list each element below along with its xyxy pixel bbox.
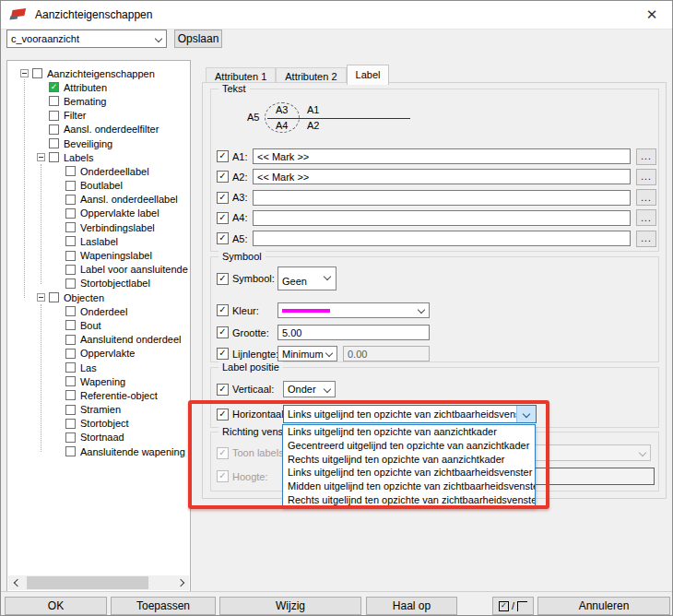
tree-checkbox[interactable] bbox=[65, 265, 76, 275]
lijnlengte-checkbox[interactable] bbox=[217, 348, 229, 360]
tree-checkbox[interactable] bbox=[65, 181, 76, 191]
scroll-right-icon[interactable] bbox=[174, 575, 189, 590]
tree-row[interactable]: Objecten bbox=[7, 290, 190, 304]
tree-row[interactable]: Referentie-object bbox=[7, 388, 190, 402]
tree-row[interactable]: Oppervlakte bbox=[7, 347, 190, 361]
haal-op-button[interactable]: Haal op bbox=[366, 597, 457, 615]
tree-row[interactable]: Aanzichteigenschappen bbox=[7, 66, 190, 80]
tree-row[interactable]: Stortobject bbox=[7, 417, 190, 431]
horizontaal-dropdown-button[interactable] bbox=[516, 406, 536, 422]
toon-labels-checkbox[interactable] bbox=[217, 447, 229, 459]
tree-row[interactable]: Stortobjectlabel bbox=[7, 277, 190, 290]
toggle-all-checkboxes-button[interactable]: / bbox=[492, 597, 534, 615]
expander-icon[interactable] bbox=[37, 293, 45, 302]
hoogte-checkbox[interactable] bbox=[217, 470, 229, 482]
tree-checkbox[interactable] bbox=[49, 111, 59, 121]
tree-checkbox[interactable] bbox=[65, 166, 76, 176]
tree-checkbox[interactable] bbox=[49, 82, 59, 92]
close-button[interactable]: ✕ bbox=[637, 4, 667, 26]
tree-checkbox[interactable] bbox=[65, 362, 76, 373]
tab-label[interactable]: Label bbox=[347, 65, 390, 85]
tree-row[interactable]: Laslabel bbox=[7, 234, 190, 248]
tree-row[interactable]: Onderdeellabel bbox=[7, 164, 190, 178]
expander-icon[interactable] bbox=[37, 153, 45, 161]
expander-icon[interactable] bbox=[20, 69, 29, 77]
lijnlengte-select[interactable]: Minimum bbox=[277, 346, 337, 361]
tree-checkbox[interactable] bbox=[65, 432, 76, 443]
tree-row[interactable]: Beveiliging bbox=[7, 136, 190, 150]
toepassen-button[interactable]: Toepassen bbox=[111, 597, 216, 615]
tree-checkbox[interactable] bbox=[65, 349, 76, 359]
tree-checkbox[interactable] bbox=[32, 68, 42, 78]
tree-row[interactable]: Boutlabel bbox=[7, 179, 190, 193]
wijzig-button[interactable]: Wijzig bbox=[219, 597, 361, 615]
tree-row[interactable]: Bemating bbox=[7, 94, 190, 108]
more-button[interactable]: ... bbox=[636, 169, 656, 185]
more-button[interactable]: ... bbox=[636, 148, 656, 165]
tree-checkbox[interactable] bbox=[65, 236, 76, 246]
label-text-field[interactable]: << Mark >> bbox=[253, 169, 631, 184]
tree-row[interactable]: Filter bbox=[7, 109, 190, 123]
verticaal-checkbox[interactable] bbox=[217, 384, 229, 396]
tree-horizontal-scrollbar[interactable] bbox=[8, 575, 189, 590]
label-text-field[interactable]: << Mark >> bbox=[253, 148, 631, 164]
tree-checkbox[interactable] bbox=[65, 335, 76, 345]
tree-checkbox[interactable] bbox=[49, 292, 59, 302]
tree-checkbox[interactable] bbox=[49, 152, 59, 162]
label-text-field[interactable] bbox=[253, 210, 631, 226]
profile-select[interactable]: c_vooraanzicht bbox=[6, 30, 167, 48]
kleur-checkbox[interactable] bbox=[217, 304, 229, 316]
more-button[interactable]: ... bbox=[636, 231, 656, 247]
tree-checkbox[interactable] bbox=[65, 195, 76, 205]
tree-row[interactable]: Wapening bbox=[7, 374, 190, 388]
tree-row[interactable]: Stramien bbox=[7, 403, 190, 417]
dropdown-option[interactable]: Links uitgelijnd ten opzichte van aanzic… bbox=[283, 425, 535, 439]
tree-checkbox[interactable] bbox=[65, 278, 76, 289]
tree-checkbox[interactable] bbox=[65, 390, 76, 400]
tree-checkbox[interactable] bbox=[65, 419, 76, 429]
tree-checkbox[interactable] bbox=[49, 124, 59, 135]
tree-checkbox[interactable] bbox=[65, 405, 76, 415]
label-text-field[interactable] bbox=[253, 231, 631, 246]
scrollbar-track[interactable] bbox=[23, 575, 174, 590]
grootte-field[interactable]: 5.00 bbox=[277, 325, 430, 340]
row-checkbox[interactable] bbox=[217, 171, 229, 183]
tree-row[interactable]: Stortnaad bbox=[7, 431, 190, 444]
kleur-select[interactable] bbox=[277, 302, 430, 318]
tree-checkbox[interactable] bbox=[49, 138, 59, 148]
row-checkbox[interactable] bbox=[217, 150, 229, 162]
tree-row[interactable]: Aansluitende wapening bbox=[7, 444, 190, 458]
tree-checkbox[interactable] bbox=[65, 251, 76, 261]
horizontaal-select[interactable]: Links uitgelijnd ten opzichte van zichtb… bbox=[283, 405, 537, 423]
dropdown-option[interactable]: Rechts uitgelijnd ten opzichte van aanzi… bbox=[283, 453, 535, 467]
tree-row[interactable]: Attributen bbox=[7, 80, 190, 94]
symbool-select[interactable]: Geen bbox=[277, 267, 336, 290]
tree-checkbox[interactable] bbox=[65, 222, 76, 232]
scrollbar-thumb[interactable] bbox=[27, 576, 148, 589]
tree-row[interactable]: Las bbox=[7, 361, 190, 374]
ok-button[interactable]: OK bbox=[5, 597, 107, 615]
tree-row[interactable]: Bout bbox=[7, 318, 190, 332]
tree-checkbox[interactable] bbox=[65, 446, 76, 456]
grootte-checkbox[interactable] bbox=[217, 326, 229, 338]
dropdown-option[interactable]: Links uitgelijnd ten opzichte van zichtb… bbox=[283, 466, 535, 480]
row-checkbox[interactable] bbox=[217, 232, 229, 244]
tree-checkbox[interactable] bbox=[65, 306, 76, 316]
symbool-checkbox[interactable] bbox=[217, 273, 229, 285]
row-checkbox[interactable] bbox=[217, 212, 229, 224]
tree-checkbox[interactable] bbox=[65, 376, 76, 386]
dropdown-option[interactable]: Midden uitgelijnd ten opzichte van zicht… bbox=[283, 480, 535, 493]
dropdown-option[interactable]: Rechts uitgelijnd ten opzichte van zicht… bbox=[283, 493, 535, 507]
dropdown-option[interactable]: Gecentreerd uitgelijnd ten opzichte van … bbox=[283, 439, 535, 453]
save-button[interactable]: Opslaan bbox=[174, 30, 222, 48]
tree-row[interactable]: Aansluitend onderdeel bbox=[7, 333, 190, 347]
tree-row[interactable]: Oppervlakte label bbox=[7, 207, 190, 220]
tree-checkbox[interactable] bbox=[65, 320, 76, 330]
tree-row[interactable]: Onderdeel bbox=[7, 304, 190, 318]
more-button[interactable]: ... bbox=[636, 209, 656, 226]
tree-row[interactable]: Aansl. onderdeelfilter bbox=[7, 123, 190, 136]
horizontaal-checkbox[interactable] bbox=[217, 409, 229, 421]
verticaal-select[interactable]: Onder bbox=[283, 381, 336, 397]
label-text-field[interactable] bbox=[253, 190, 631, 206]
tree-checkbox[interactable] bbox=[65, 208, 76, 219]
